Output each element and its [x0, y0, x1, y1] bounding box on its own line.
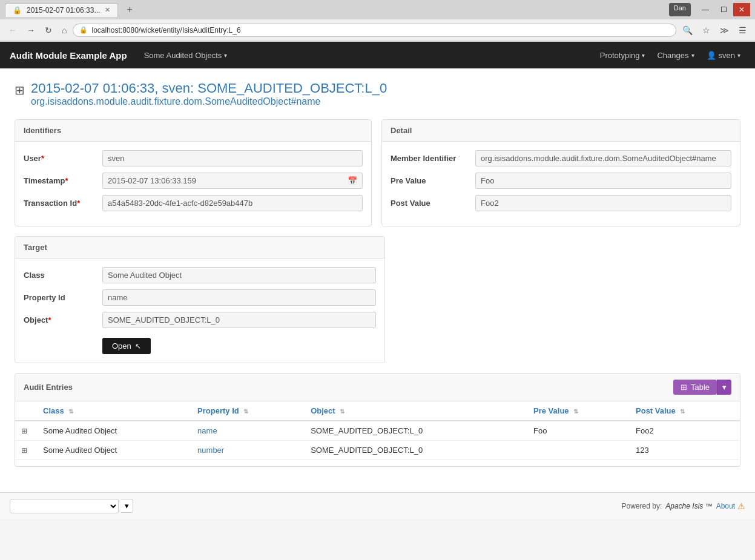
browser-tab[interactable]: 🔒 2015-02-07 01:06:33... ✕: [5, 3, 118, 17]
property-id-input[interactable]: [102, 289, 376, 306]
table-row: ⊞ Some Audited Object number SOME_AUDITE…: [15, 441, 740, 460]
table-btn-group: ⊞ Table ▾: [673, 380, 731, 395]
audit-entries-table: Class ⇅ Property Id ⇅ Object ⇅ Pre Val: [15, 401, 740, 460]
extensions-button[interactable]: ≫: [716, 23, 733, 38]
open-btn-row: Open ↖: [102, 334, 376, 354]
tab-favicon: 🔒: [13, 6, 22, 15]
table-row: ⊞ Some Audited Object name SOME_AUDITED_…: [15, 421, 740, 441]
th-object-sort: ⇅: [340, 408, 345, 415]
navbar-brand: Audit Module Example App: [10, 50, 127, 61]
page-title-text: 2015-02-07 01:06:33, sven: SOME_AUDITED_…: [31, 81, 387, 107]
class-input[interactable]: [102, 267, 376, 283]
th-property-id-sort: ⇅: [243, 408, 248, 415]
lock-icon: 🔒: [79, 26, 88, 34]
navbar-menu3-label: Changes: [657, 51, 688, 60]
th-property-id-label: Property Id: [197, 406, 239, 415]
transaction-id-input[interactable]: [102, 195, 363, 211]
footer: ▾ Powered by: Apache Isis ™ About ⚠: [0, 492, 755, 519]
apache-isis-label: Apache Isis ™: [665, 502, 712, 510]
navbar: Audit Module Example App Some Audited Ob…: [0, 42, 755, 68]
identifiers-panel-body: User* Timestamp* 📅 Transaction Id*: [15, 142, 371, 226]
table-icon: ⊞: [681, 383, 687, 392]
browser-controls: ← → ↻ ⌂ 🔒 localhost:8080/wicket/entity/I…: [0, 19, 755, 41]
tab-close-icon[interactable]: ✕: [105, 6, 110, 14]
th-object-label: Object: [311, 406, 335, 415]
navbar-menu2-label: Prototyping: [600, 51, 640, 60]
table-body: ⊞ Some Audited Object name SOME_AUDITED_…: [15, 421, 740, 460]
pre-value-label: Pre Value: [391, 176, 469, 185]
about-link[interactable]: About ⚠: [716, 501, 745, 511]
transaction-id-row: Transaction Id*: [24, 195, 363, 211]
navbar-some-audited-objects[interactable]: Some Audited Objects ▾: [139, 42, 232, 68]
calendar-icon[interactable]: 📅: [343, 174, 362, 188]
audit-entries-panel: Audit Entries ⊞ Table ▾ Class ⇅: [15, 373, 740, 467]
footer-select[interactable]: [10, 499, 119, 513]
th-post-value-sort: ⇅: [680, 408, 685, 415]
home-button[interactable]: ⌂: [58, 23, 70, 38]
navbar-menu3-caret: ▾: [691, 52, 694, 59]
browser-chrome: 🔒 2015-02-07 01:06:33... ✕ + Dan — ☐ ✕ ←…: [0, 0, 755, 42]
timestamp-label: Timestamp*: [24, 176, 96, 185]
tab-title: 2015-02-07 01:06:33...: [27, 6, 100, 15]
user-row: User*: [24, 150, 363, 166]
row1-property-id-link[interactable]: name: [197, 426, 217, 435]
th-class[interactable]: Class ⇅: [37, 401, 191, 421]
navbar-user[interactable]: 👤 sven ▾: [702, 42, 745, 68]
target-panel-header: Target: [15, 237, 384, 259]
navbar-right: Prototyping ▾ Changes ▾ 👤 sven ▾: [595, 42, 745, 68]
navbar-prototyping[interactable]: Prototyping ▾: [595, 42, 650, 68]
audit-entries-table-wrapper: Class ⇅ Property Id ⇅ Object ⇅ Pre Val: [15, 401, 740, 466]
forward-button[interactable]: →: [23, 23, 39, 38]
th-post-value[interactable]: Post Value ⇅: [630, 401, 740, 421]
new-tab-button[interactable]: +: [122, 2, 137, 18]
th-pre-value[interactable]: Pre Value ⇅: [527, 401, 630, 421]
refresh-button[interactable]: ↻: [41, 23, 56, 38]
maximize-button[interactable]: ☐: [715, 3, 732, 16]
about-warning-icon: ⚠: [737, 501, 745, 511]
cursor-icon: ↖: [135, 342, 141, 351]
navbar-user-caret: ▾: [737, 52, 740, 59]
class-row: Class: [24, 267, 376, 283]
post-value-value: Foo2: [475, 195, 731, 211]
target-panel-body: Class Property Id Object* Open ↖: [15, 259, 384, 363]
th-pre-value-sort: ⇅: [573, 408, 578, 415]
table-view-button[interactable]: ⊞ Table: [673, 380, 717, 395]
row2-icon-cell: ⊞: [15, 441, 37, 460]
back-button[interactable]: ←: [5, 23, 21, 38]
user-input[interactable]: [102, 150, 363, 166]
row1-icon: ⊞: [21, 427, 27, 435]
navbar-menu2-caret: ▾: [642, 52, 645, 59]
page-title-line1: 2015-02-07 01:06:33, sven: SOME_AUDITED_…: [31, 81, 387, 96]
th-class-label: Class: [43, 406, 64, 415]
detail-panel: Detail Member Identifier org.isisaddons.…: [381, 119, 740, 226]
class-label: Class: [24, 271, 96, 280]
footer-left: ▾: [10, 499, 133, 513]
member-id-value: org.isisaddons.module.audit.fixture.dom.…: [475, 150, 731, 166]
th-post-value-label: Post Value: [636, 406, 676, 415]
row1-pre-value: Foo: [527, 421, 630, 441]
bookmark-search-button[interactable]: 🔍: [679, 23, 696, 38]
close-button[interactable]: ✕: [733, 3, 750, 16]
th-object[interactable]: Object ⇅: [305, 401, 527, 421]
member-id-row: Member Identifier org.isisaddons.module.…: [391, 150, 731, 166]
row1-class: Some Audited Object: [37, 421, 191, 441]
navbar-user-label: sven: [719, 51, 735, 60]
footer-select-dropdown-button[interactable]: ▾: [121, 499, 133, 513]
top-panels-row: Identifiers User* Timestamp* 📅: [15, 119, 740, 226]
menu-button[interactable]: ☰: [735, 23, 750, 38]
minimize-button[interactable]: —: [697, 3, 714, 16]
row2-pre-value: [527, 441, 630, 460]
detail-panel-header: Detail: [382, 120, 740, 142]
timestamp-input[interactable]: [103, 173, 343, 188]
about-label: About: [716, 502, 735, 510]
th-property-id[interactable]: Property Id ⇅: [191, 401, 305, 421]
address-bar[interactable]: 🔒 localhost:8080/wicket/entity/IsisAudit…: [73, 24, 676, 37]
open-button[interactable]: Open ↖: [102, 338, 151, 354]
object-label: Object*: [24, 315, 96, 324]
table-dropdown-button[interactable]: ▾: [717, 380, 731, 395]
star-button[interactable]: ☆: [699, 23, 714, 38]
post-value-row: Post Value Foo2: [391, 195, 731, 211]
row2-property-id-link[interactable]: number: [197, 446, 224, 455]
navbar-changes[interactable]: Changes ▾: [652, 42, 699, 68]
object-input[interactable]: [102, 312, 376, 328]
